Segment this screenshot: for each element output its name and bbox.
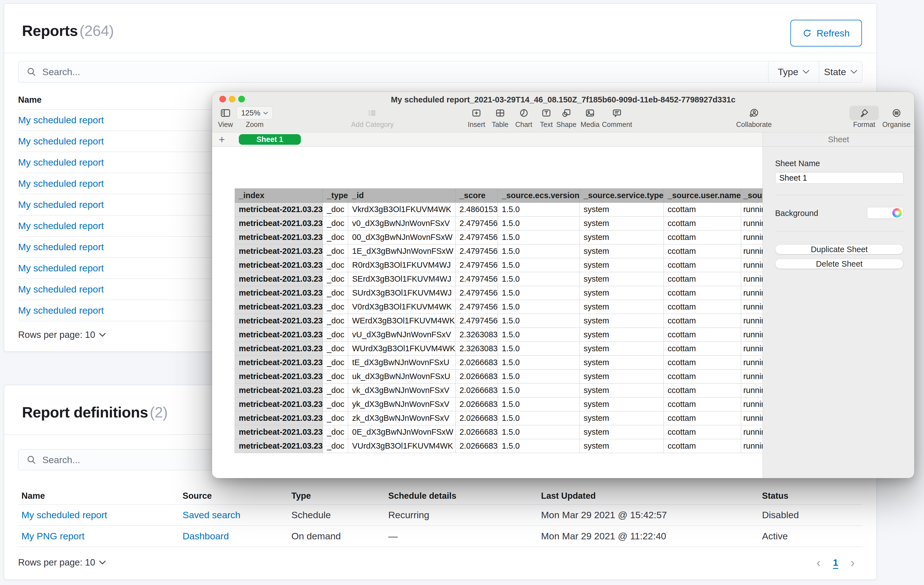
col-last-updated: Last Updated bbox=[538, 488, 759, 504]
organise-label: Organise bbox=[882, 120, 910, 129]
next-page-button[interactable]: › bbox=[851, 556, 855, 569]
spreadsheet-row[interactable]: metricbeat-2021.03.23 _doc SUrdX3gB3Ol1F… bbox=[235, 286, 763, 300]
spreadsheet-row[interactable]: metricbeat-2021.03.23 _doc WUrdX3gB3Ol1F… bbox=[235, 342, 763, 356]
definition-name-link[interactable]: My scheduled report bbox=[21, 509, 107, 521]
refresh-label: Refresh bbox=[817, 28, 850, 39]
spreadsheet-row[interactable]: metricbeat-2021.03.23 _doc R0rdX3gB3Ol1F… bbox=[235, 258, 763, 272]
view-button[interactable]: View bbox=[218, 106, 233, 129]
report-link[interactable]: My scheduled report bbox=[18, 305, 104, 316]
refresh-icon bbox=[803, 29, 812, 38]
state-filter-button[interactable]: State bbox=[819, 61, 862, 82]
refresh-button[interactable]: Refresh bbox=[790, 20, 862, 46]
header-type: _type bbox=[323, 189, 348, 203]
text-icon bbox=[541, 106, 551, 120]
spreadsheet-table[interactable]: _index _type _id _score _source.ecs.vers… bbox=[234, 188, 762, 453]
header-ecs-version: _source.ecs.version bbox=[498, 189, 580, 203]
spreadsheet-row[interactable]: metricbeat-2021.03.23 _doc 0E_dX3gBwNJnW… bbox=[235, 425, 763, 439]
minimize-window-button[interactable] bbox=[229, 96, 236, 102]
zoom-window-button[interactable] bbox=[238, 96, 245, 102]
spreadsheet-row[interactable]: metricbeat-2021.03.23 _doc tE_dX3gBwNJnW… bbox=[235, 356, 763, 369]
sheet-canvas[interactable]: _index _type _id _score _source.ecs.vers… bbox=[212, 147, 762, 478]
text-button[interactable]: Text bbox=[540, 106, 553, 129]
definitions-table-header: Name Source Type Schedule details Last U… bbox=[18, 488, 863, 504]
collaborate-label: Collaborate bbox=[736, 120, 772, 129]
shape-button[interactable]: Shape bbox=[556, 106, 576, 129]
window-titlebar[interactable]: My scheduled report_2021-03-29T14_46_08.… bbox=[212, 92, 914, 106]
reports-header: Reports(264) Refresh bbox=[4, 3, 876, 53]
definitions-title: Report definitions(2) bbox=[22, 404, 168, 421]
report-link[interactable]: My scheduled report bbox=[18, 199, 104, 210]
media-label: Media bbox=[581, 120, 599, 129]
zoom-control[interactable]: 125% Zoom bbox=[236, 106, 273, 129]
spreadsheet-row[interactable]: metricbeat-2021.03.23 _doc VUrdX3gB3Ol1F… bbox=[235, 439, 763, 453]
background-color-well[interactable] bbox=[867, 207, 903, 219]
definition-last-updated: Mon Mar 29 2021 @ 11:22:40 bbox=[538, 526, 759, 547]
reports-search-field[interactable] bbox=[18, 61, 768, 82]
close-window-button[interactable] bbox=[219, 96, 226, 102]
report-link[interactable]: My scheduled report bbox=[18, 157, 104, 168]
rows-per-page-selector[interactable]: Rows per page: 10 bbox=[18, 553, 106, 572]
color-wheel-button[interactable] bbox=[890, 207, 903, 219]
report-link[interactable]: My scheduled report bbox=[18, 115, 104, 125]
collaborate-button[interactable]: Collaborate bbox=[736, 106, 772, 129]
delete-sheet-button[interactable]: Delete Sheet bbox=[775, 259, 903, 269]
add-sheet-button[interactable]: + bbox=[219, 133, 225, 145]
definition-name-link[interactable]: My PNG report bbox=[21, 531, 84, 542]
media-icon bbox=[585, 106, 595, 120]
spreadsheet-row[interactable]: metricbeat-2021.03.23 _doc VkrdX3gB3Ol1F… bbox=[235, 203, 763, 216]
spreadsheet-row[interactable]: metricbeat-2021.03.23 _doc zk_dX3gBwNJnW… bbox=[235, 411, 763, 425]
report-link[interactable]: My scheduled report bbox=[18, 242, 104, 252]
chevron-down-icon bbox=[263, 112, 268, 115]
comment-button[interactable]: Comment bbox=[602, 106, 632, 129]
format-button[interactable]: Format bbox=[850, 106, 879, 129]
spreadsheet-row[interactable]: metricbeat-2021.03.23 _doc uk_dX3gBwNJnW… bbox=[235, 369, 763, 384]
add-category-label: Add Category bbox=[351, 120, 394, 129]
spreadsheet-row[interactable]: metricbeat-2021.03.23 _doc SErdX3gB3Ol1F… bbox=[235, 272, 763, 286]
spreadsheet-row[interactable]: metricbeat-2021.03.23 _doc 00_dX3gBwNJnW… bbox=[235, 231, 763, 244]
format-paintbrush-icon bbox=[860, 109, 869, 117]
collaborate-icon bbox=[749, 106, 759, 120]
table-label: Table bbox=[492, 120, 508, 129]
format-panel-header: Sheet bbox=[762, 132, 914, 147]
definition-source-link[interactable]: Dashboard bbox=[183, 531, 229, 542]
report-link[interactable]: My scheduled report bbox=[18, 178, 104, 189]
numbers-window: My scheduled report_2021-03-29T14_46_08.… bbox=[212, 92, 914, 478]
spreadsheet-row[interactable]: metricbeat-2021.03.23 _doc v0_dX3gBwNJnW… bbox=[235, 216, 763, 231]
header-id: _id bbox=[348, 189, 455, 203]
sheet-tab[interactable]: Sheet 1 bbox=[239, 134, 301, 145]
spreadsheet-row[interactable]: metricbeat-2021.03.23 _doc yk_dX3gBwNJnW… bbox=[235, 397, 763, 411]
spreadsheet-row[interactable]: metricbeat-2021.03.23 _doc 1E_dX3gBwNJnW… bbox=[235, 244, 763, 258]
zoom-level-dropdown[interactable]: 125% bbox=[236, 106, 273, 120]
window-toolbar: View 125% Zoom Add Category Insert bbox=[212, 106, 914, 132]
organise-button[interactable]: Organise bbox=[882, 106, 910, 129]
search-input[interactable] bbox=[42, 61, 768, 82]
media-button[interactable]: Media bbox=[581, 106, 599, 129]
report-link[interactable]: My scheduled report bbox=[18, 263, 104, 274]
spreadsheet-row[interactable]: metricbeat-2021.03.23 _doc vU_dX3gBwNJnW… bbox=[235, 328, 763, 342]
duplicate-sheet-button[interactable]: Duplicate Sheet bbox=[775, 244, 903, 254]
chart-button[interactable]: Chart bbox=[515, 106, 532, 129]
table-row: My PNG report Dashboard On demand — Mon … bbox=[18, 526, 863, 547]
type-filter-button[interactable]: Type bbox=[768, 61, 819, 82]
spreadsheet-row[interactable]: metricbeat-2021.03.23 _doc V0rdX3gB3Ol1F… bbox=[235, 300, 763, 314]
insert-button[interactable]: Insert bbox=[468, 106, 485, 129]
spreadsheet-row[interactable]: metricbeat-2021.03.23 _doc vk_dX3gBwNJnW… bbox=[235, 384, 763, 397]
report-link[interactable]: My scheduled report bbox=[18, 284, 104, 295]
sheet-name-input[interactable] bbox=[775, 172, 903, 184]
definition-source-link[interactable]: Saved search bbox=[183, 509, 241, 521]
color-swatch bbox=[867, 207, 890, 219]
table-button[interactable]: Table bbox=[492, 106, 508, 129]
definition-status: Active bbox=[759, 526, 863, 547]
report-link[interactable]: My scheduled report bbox=[18, 221, 104, 231]
rows-per-page-label: Rows per page: 10 bbox=[18, 330, 95, 340]
table-icon bbox=[495, 106, 505, 120]
page-1-button[interactable]: 1 bbox=[833, 557, 838, 568]
spreadsheet-row[interactable]: metricbeat-2021.03.23 _doc WErdX3gB3Ol1F… bbox=[235, 314, 763, 328]
col-source: Source bbox=[179, 488, 288, 504]
definitions-table: Name Source Type Schedule details Last U… bbox=[18, 488, 863, 547]
prev-page-button[interactable]: ‹ bbox=[816, 556, 820, 569]
header-user-name: _source.user.name bbox=[663, 189, 741, 203]
report-link[interactable]: My scheduled report bbox=[18, 136, 104, 147]
insert-icon bbox=[472, 106, 481, 120]
add-category-button[interactable]: Add Category bbox=[351, 106, 394, 129]
